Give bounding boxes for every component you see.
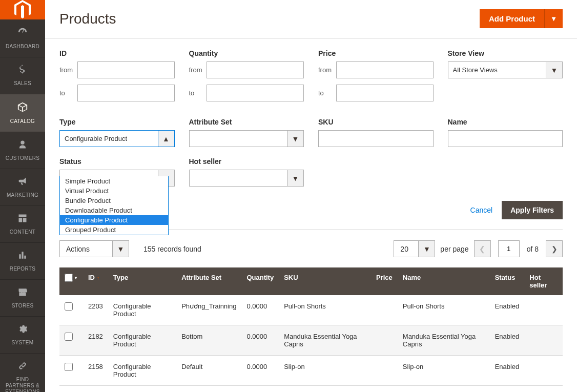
type-dropdown: Simple Product Virtual Product Bundle Pr…	[59, 176, 169, 235]
col-status[interactable]: Status	[490, 267, 525, 295]
chevron-down-icon[interactable]: ▼	[287, 170, 304, 187]
actions-label: Actions	[59, 240, 112, 257]
hotseller-select[interactable]: ▼	[189, 170, 304, 187]
hotseller-value	[189, 170, 287, 187]
chevron-down-icon: ▼	[550, 15, 557, 23]
add-product-toggle[interactable]: ▼	[544, 9, 563, 28]
from-label: from	[318, 66, 336, 74]
magento-logo[interactable]	[0, 0, 45, 19]
prev-page-button[interactable]: ❮	[474, 240, 491, 257]
nav-label: SALES	[14, 80, 31, 87]
attrset-select[interactable]: ▼	[189, 130, 304, 147]
cell-sku: Slip-on	[279, 356, 371, 386]
cell-price	[371, 325, 398, 356]
cell-attrset: Default	[176, 356, 241, 386]
id-from-input[interactable]	[77, 61, 175, 78]
chevron-down-icon[interactable]: ▼	[418, 240, 435, 257]
table-row[interactable]: 2203Configurable ProductPhương_Trainning…	[59, 295, 563, 325]
cell-status: Enabled	[490, 295, 525, 325]
storeview-value: All Store Views	[448, 61, 546, 78]
chevron-right-icon: ❯	[551, 245, 558, 253]
nav-catalog[interactable]: CATALOG	[0, 94, 45, 132]
filter-attrset-label: Attribute Set	[189, 118, 304, 126]
nav-label: CUSTOMERS	[6, 155, 39, 161]
filter-hotseller-label: Hot seller	[189, 157, 304, 166]
nav-sales[interactable]: SALES	[0, 57, 45, 94]
cancel-button[interactable]: Cancel	[470, 206, 493, 214]
type-option-configurable[interactable]: Configurable Product	[60, 215, 168, 225]
cell-hotseller	[524, 356, 563, 386]
quantity-from-input[interactable]	[207, 61, 304, 78]
person-icon	[18, 139, 27, 153]
attrset-value	[189, 130, 287, 147]
next-page-button[interactable]: ❯	[546, 240, 563, 257]
row-checkbox[interactable]	[65, 333, 73, 341]
cell-quantity: 0.0000	[241, 356, 279, 386]
type-option-simple[interactable]: Simple Product	[60, 176, 168, 186]
col-hotseller[interactable]: Hot seller	[524, 267, 563, 295]
quantity-to-input[interactable]	[207, 85, 304, 101]
nav-marketing[interactable]: MARKETING	[0, 169, 45, 206]
nav-label: MARKETING	[7, 192, 38, 198]
cell-id: 2182	[83, 325, 108, 356]
nav-stores[interactable]: STORES	[0, 280, 45, 317]
price-to-input[interactable]	[336, 85, 434, 101]
type-value: Configurable Product	[59, 130, 158, 147]
nav-label: SYSTEM	[12, 340, 34, 346]
chevron-up-icon[interactable]: ▲	[158, 130, 175, 147]
box-icon	[17, 101, 28, 116]
type-select[interactable]: Configurable Product ▲	[59, 130, 175, 147]
to-label: to	[189, 89, 207, 97]
nav-partners[interactable]: FIND PARTNERS & EXTENSIONS	[0, 354, 45, 392]
cell-quantity: 0.0000	[241, 325, 279, 356]
megaphone-icon	[17, 176, 28, 190]
row-checkbox[interactable]	[65, 363, 73, 371]
table-row[interactable]: 2158Configurable ProductDefault0.0000Sli…	[59, 356, 563, 386]
col-quantity[interactable]: Quantity	[241, 267, 279, 295]
row-checkbox[interactable]	[65, 302, 73, 311]
nav-label: STORES	[12, 303, 34, 309]
price-from-input[interactable]	[336, 61, 434, 78]
cell-quantity: 0.0000	[241, 295, 279, 325]
type-option-grouped[interactable]: Grouped Product	[60, 225, 168, 235]
perpage-select[interactable]: 20 ▼	[394, 240, 435, 257]
type-option-bundle[interactable]: Bundle Product	[60, 196, 168, 205]
storeview-select[interactable]: All Store Views ▼	[448, 61, 563, 78]
type-option-downloadable[interactable]: Downloadable Product	[60, 205, 168, 215]
apply-filters-button[interactable]: Apply Filters	[502, 201, 563, 219]
actions-select[interactable]: Actions ▼	[59, 240, 129, 257]
perpage-label: per page	[440, 245, 468, 253]
col-price[interactable]: Price	[371, 267, 398, 295]
storefront-icon	[17, 287, 28, 300]
cell-status: Enabled	[490, 356, 525, 386]
col-id[interactable]: ID↑	[83, 267, 108, 295]
cell-attrset: Phương_Trainning	[176, 295, 241, 325]
col-type[interactable]: Type	[108, 267, 176, 295]
chevron-down-icon[interactable]: ▼	[112, 240, 129, 257]
cell-id: 2203	[83, 295, 108, 325]
sort-asc-icon: ↑	[97, 275, 99, 281]
name-input[interactable]	[448, 130, 563, 147]
add-product-button[interactable]: Add Product	[480, 9, 544, 28]
cell-type: Configurable Product	[108, 325, 176, 356]
type-option-virtual[interactable]: Virtual Product	[60, 186, 168, 196]
nav-content[interactable]: CONTENT	[0, 206, 45, 243]
id-to-input[interactable]	[77, 85, 175, 101]
chevron-down-icon[interactable]: ▼	[74, 276, 78, 280]
col-attrset[interactable]: Attribute Set	[176, 267, 241, 295]
chevron-down-icon[interactable]: ▼	[546, 61, 563, 78]
select-all-checkbox[interactable]	[65, 274, 73, 282]
nav-reports[interactable]: REPORTS	[0, 243, 45, 280]
col-name[interactable]: Name	[398, 267, 490, 295]
nav-dashboard[interactable]: DASHBOARD	[0, 19, 45, 57]
table-row[interactable]: 2182Configurable ProductBottom0.0000Mand…	[59, 325, 563, 356]
chevron-down-icon[interactable]: ▼	[287, 130, 304, 147]
filter-id-label: ID	[59, 49, 175, 57]
cell-status: Enabled	[490, 325, 525, 356]
page-input[interactable]	[498, 240, 520, 257]
sku-input[interactable]	[318, 130, 434, 147]
filter-storeview-label: Store View	[448, 49, 563, 57]
col-sku[interactable]: SKU	[279, 267, 371, 295]
nav-system[interactable]: SYSTEM	[0, 317, 45, 354]
nav-customers[interactable]: CUSTOMERS	[0, 132, 45, 169]
